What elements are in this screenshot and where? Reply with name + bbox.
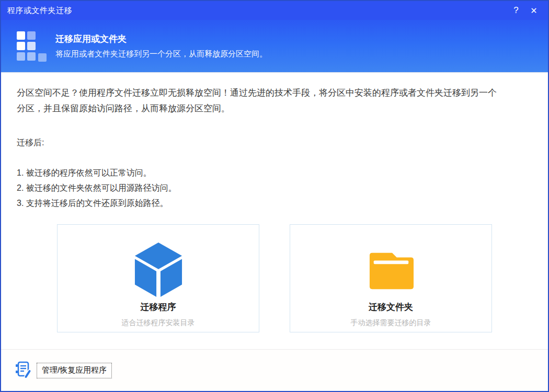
migrate-program-card[interactable]: 迁移程序 适合迁移程序安装目录 [57,224,259,332]
dialog-footer: 管理/恢复应用程序 [1,349,548,391]
manage-restore-link[interactable]: 管理/恢复应用程序 [14,360,112,381]
card-subtitle: 适合迁移程序安装目录 [122,318,195,328]
close-button[interactable]: ✕ [525,3,543,18]
action-cards: 迁移程序 适合迁移程序安装目录 迁移文件夹 手动选择需要迁移的目录 [17,224,532,332]
header-banner: 迁移应用或文件夹 将应用或者文件夹迁移到另一个分区，从而释放原分区空间。 [1,20,548,73]
migration-dialog-window: 程序或文件夹迁移 ? ✕ 迁移应用或文件夹 将应用或者文件夹迁移到另一个分区，从… [0,0,549,392]
card-title: 迁移文件夹 [369,301,413,313]
window-title: 程序或文件夹迁移 [7,6,72,16]
list-item: 1. 被迁移的程序依然可以正常访问。 [17,165,532,180]
dialog-body: 分区空间不足？使用程序文件迁移立即无损释放空间！通过先进的技术手段，将分区中安装… [1,73,548,349]
header-title: 迁移应用或文件夹 [55,33,267,45]
edit-list-icon [14,360,32,381]
after-migration-list: 1. 被迁移的程序依然可以正常访问。 2. 被迁移的文件夹依然可以用源路径访问。… [17,165,532,211]
cube-icon [134,240,183,299]
folder-icon [368,240,414,299]
title-bar[interactable]: 程序或文件夹迁移 ? ✕ [1,1,548,20]
list-item: 2. 被迁移的文件夹依然可以用源路径访问。 [17,180,532,195]
header-text: 迁移应用或文件夹 将应用或者文件夹迁移到另一个分区，从而释放原分区空间。 [55,33,267,59]
card-title: 迁移程序 [141,301,176,313]
list-item: 3. 支持将迁移后的文件还原到原始路径。 [17,195,532,211]
app-grid-icon [17,31,46,61]
after-migration-label: 迁移后: [17,137,532,148]
card-subtitle: 手动选择需要迁移的目录 [351,318,431,328]
intro-paragraph: 分区空间不足？使用程序文件迁移立即无损释放空间！通过先进的技术手段，将分区中安装… [17,85,537,117]
migrate-folder-card[interactable]: 迁移文件夹 手动选择需要迁移的目录 [290,224,492,332]
manage-restore-label: 管理/恢复应用程序 [37,363,112,378]
header-subtitle: 将应用或者文件夹迁移到另一个分区，从而释放原分区空间。 [55,49,267,59]
help-button[interactable]: ? [507,3,525,18]
